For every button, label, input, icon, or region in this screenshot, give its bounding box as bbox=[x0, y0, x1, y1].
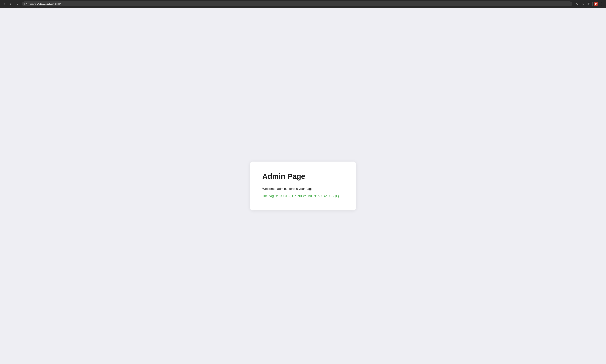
address-bar[interactable]: ⚠ Not Secure 34.16.207.52:3635/admin bbox=[22, 1, 572, 6]
not-secure-badge: ⚠ Not Secure bbox=[24, 3, 36, 5]
svg-rect-3 bbox=[589, 3, 590, 4]
browser-chrome: ⚠ Not Secure 34.16.207.52:3635/admin bbox=[0, 0, 606, 8]
bookmark-button[interactable] bbox=[581, 1, 586, 6]
svg-line-1 bbox=[578, 4, 579, 5]
flag-text: The flag is: OSCTF{D1r3ct0RY_BrU7t1nG_4n… bbox=[262, 194, 344, 198]
zoom-button[interactable] bbox=[575, 1, 580, 6]
reload-button[interactable] bbox=[14, 1, 19, 6]
toolbar-divider bbox=[592, 2, 593, 6]
forward-button[interactable] bbox=[8, 1, 13, 6]
page-content: Admin Page Welcome, admin. Here is your … bbox=[0, 8, 606, 364]
url-text: 34.16.207.52:3635/admin bbox=[37, 3, 570, 5]
nav-buttons bbox=[2, 1, 19, 6]
profile-letter: D bbox=[595, 3, 597, 5]
admin-card: Admin Page Welcome, admin. Here is your … bbox=[250, 162, 356, 210]
menu-button[interactable]: ⋮ bbox=[599, 1, 604, 6]
welcome-text: Welcome, admin. Here is your flag: bbox=[262, 187, 344, 191]
svg-rect-4 bbox=[588, 4, 589, 5]
not-secure-label: Not Secure bbox=[26, 3, 36, 5]
svg-rect-2 bbox=[588, 3, 589, 4]
toolbar-right: D ⋮ bbox=[575, 1, 604, 6]
back-button[interactable] bbox=[2, 1, 7, 6]
extensions-button[interactable] bbox=[586, 1, 591, 6]
svg-rect-5 bbox=[589, 4, 590, 5]
warning-icon: ⚠ bbox=[24, 3, 26, 5]
page-title: Admin Page bbox=[262, 172, 344, 181]
profile-button[interactable]: D bbox=[593, 1, 598, 6]
